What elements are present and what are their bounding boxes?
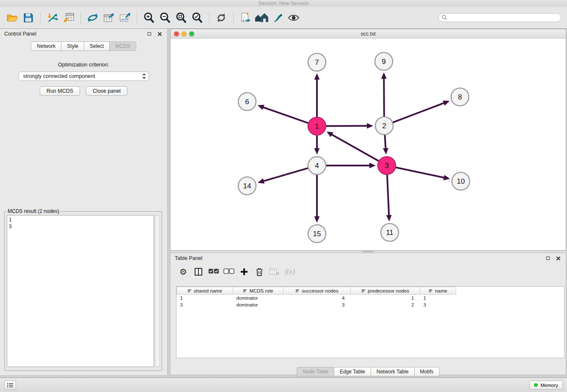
graph-node[interactable]: 3 [378, 157, 396, 174]
show-hide-button[interactable] [286, 9, 302, 27]
node-table: shared name MCDS role successor nodes pr… [176, 287, 456, 308]
show-columns-button[interactable] [193, 266, 204, 278]
table-cell[interactable]: 4 [284, 295, 351, 301]
table-cell[interactable]: 1 [177, 295, 233, 301]
window-title: Session: New Session [258, 0, 308, 6]
zoom-in-button[interactable] [141, 9, 157, 27]
table-row[interactable]: 1dominator411 [177, 295, 456, 301]
scroll-grip[interactable] [363, 251, 374, 252]
table-settings-button[interactable]: ⚙ [177, 266, 189, 278]
graph-node[interactable]: 14 [238, 177, 256, 195]
result-scrollbar[interactable] [155, 215, 160, 367]
home-networks-button[interactable] [253, 9, 270, 27]
graph-edge[interactable] [393, 100, 450, 122]
network-graph[interactable]: 7968124314101511 [171, 39, 566, 250]
memory-button[interactable]: Memory [529, 381, 563, 389]
tab-mcds[interactable]: MCDS [109, 41, 136, 51]
graph-edge[interactable] [314, 175, 320, 223]
window-minimize-button[interactable]: − [182, 31, 187, 36]
chevron-up-down-icon [142, 73, 146, 79]
graph-node[interactable]: 9 [375, 52, 393, 70]
graph-edge[interactable] [383, 135, 388, 155]
apply-layout-button[interactable] [85, 9, 101, 27]
graph-edge[interactable] [381, 72, 387, 116]
graph-node-label: 3 [385, 162, 388, 170]
table-cell[interactable]: dominator [233, 301, 284, 308]
graph-node[interactable]: 4 [308, 157, 326, 174]
column-header-shared-name[interactable]: shared name [177, 287, 233, 295]
open-session-button[interactable] [4, 9, 20, 27]
graph-edge[interactable] [326, 123, 373, 129]
column-header-successor-nodes[interactable]: successor nodes [284, 287, 351, 295]
deselect-all-button[interactable] [223, 266, 235, 278]
task-history-button[interactable] [4, 381, 16, 389]
float-table-panel-button[interactable] [545, 255, 551, 262]
search-input[interactable] [438, 13, 561, 22]
graph-node[interactable]: 8 [451, 88, 469, 106]
graph-edge[interactable] [327, 132, 379, 161]
table-cell[interactable]: 3 [420, 301, 456, 308]
export-table-button[interactable] [101, 9, 117, 27]
table-cell[interactable]: 2 [351, 301, 420, 308]
tab-select[interactable]: Select [84, 41, 110, 51]
graph-node[interactable]: 15 [308, 225, 326, 243]
graph-edge[interactable] [258, 168, 308, 184]
window-close-button[interactable]: × [174, 31, 179, 36]
tab-network[interactable]: Network [31, 41, 61, 51]
table-cell[interactable]: 1 [420, 295, 456, 301]
add-column-button[interactable] [238, 266, 250, 278]
graph-edge[interactable] [396, 168, 450, 180]
graph-edge[interactable] [258, 105, 308, 123]
float-panel-button[interactable] [146, 30, 153, 37]
plus-icon [240, 268, 248, 276]
tab-style[interactable]: Style [61, 41, 84, 51]
export-image-icon [119, 12, 131, 23]
column-header-name[interactable]: name [420, 287, 456, 295]
mcds-result-box: MCDS result (2 nodes) 13 [4, 208, 162, 371]
table-row[interactable]: 3dominator323 [177, 301, 456, 308]
network-canvas[interactable]: 7968124314101511 [171, 39, 566, 250]
graph-node[interactable]: 11 [381, 224, 399, 241]
clone-network-button[interactable] [237, 9, 253, 27]
window-zoom-button[interactable]: + [189, 31, 194, 36]
graph-edge[interactable] [314, 73, 320, 117]
graph-node[interactable]: 10 [452, 172, 470, 190]
zoom-fit-button[interactable] [173, 9, 189, 27]
save-session-button[interactable] [20, 9, 36, 27]
tab-motifs[interactable]: Motifs [414, 367, 440, 376]
refresh-icon [215, 12, 227, 24]
graph-node[interactable]: 6 [238, 93, 256, 110]
select-all-button[interactable] [208, 266, 220, 278]
graph-edge[interactable] [386, 175, 392, 221]
graph-node[interactable]: 1 [308, 117, 326, 135]
node-table-container: shared name MCDS role successor nodes pr… [176, 286, 564, 358]
table-cell[interactable]: 1 [351, 295, 420, 301]
graph-node[interactable]: 7 [308, 53, 326, 71]
criterion-dropdown[interactable]: strongly connected component [19, 72, 149, 81]
control-panel: Control Panel Network Style Select MCDS … [0, 29, 168, 375]
import-table-button[interactable] [61, 9, 77, 27]
close-table-panel-button[interactable] [555, 255, 561, 262]
close-mcds-panel-button[interactable]: Close panel [86, 86, 127, 96]
tab-network-table[interactable]: Network Table [371, 367, 415, 376]
table-cell[interactable]: 3 [177, 301, 233, 308]
column-header-mcds-role[interactable]: MCDS role [233, 287, 284, 295]
zoom-out-button[interactable] [157, 9, 173, 27]
close-panel-button[interactable] [156, 30, 163, 37]
delete-column-button[interactable] [253, 266, 265, 278]
refresh-view-button[interactable] [213, 9, 229, 27]
import-network-button[interactable] [44, 9, 61, 27]
style-brush-button[interactable] [270, 9, 286, 27]
zoom-selected-button[interactable] [189, 9, 205, 27]
table-cell[interactable]: 3 [284, 301, 351, 308]
column-header-predecessor-nodes[interactable]: predecessor nodes [351, 287, 420, 295]
graph-edge[interactable] [314, 135, 320, 155]
run-mcds-button[interactable]: Run MCDS [40, 86, 80, 96]
tab-edge-table[interactable]: Edge Table [334, 367, 371, 376]
tab-node-table[interactable]: Node Table [297, 367, 334, 376]
graph-node[interactable]: 2 [375, 117, 393, 135]
save-icon [23, 13, 33, 23]
graph-edge[interactable] [326, 163, 376, 168]
export-image-button[interactable] [117, 9, 133, 27]
table-cell[interactable]: dominator [233, 295, 284, 301]
